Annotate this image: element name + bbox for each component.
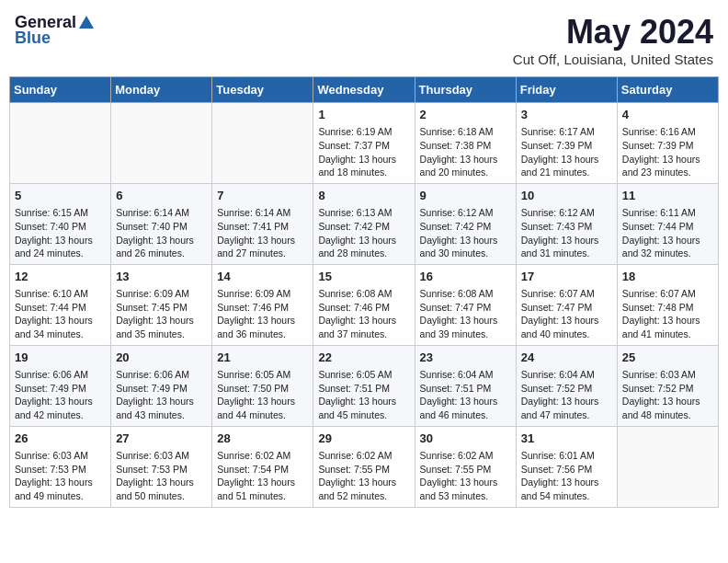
weekday-header-friday: Friday [516, 77, 617, 103]
day-number: 8 [318, 188, 409, 204]
day-info: Sunrise: 6:17 AM Sunset: 7:39 PM Dayligh… [521, 125, 612, 179]
day-number: 23 [420, 350, 511, 366]
calendar-cell: 4Sunrise: 6:16 AM Sunset: 7:39 PM Daylig… [617, 103, 718, 184]
calendar-week-row: 5Sunrise: 6:15 AM Sunset: 7:40 PM Daylig… [10, 183, 719, 264]
day-info: Sunrise: 6:10 AM Sunset: 7:44 PM Dayligh… [15, 287, 106, 341]
calendar-cell: 12Sunrise: 6:10 AM Sunset: 7:44 PM Dayli… [10, 264, 111, 345]
day-number: 22 [318, 350, 409, 366]
weekday-header-saturday: Saturday [617, 77, 718, 103]
calendar-cell [111, 103, 212, 184]
calendar-cell: 3Sunrise: 6:17 AM Sunset: 7:39 PM Daylig… [516, 103, 617, 184]
day-info: Sunrise: 6:06 AM Sunset: 7:49 PM Dayligh… [116, 368, 207, 422]
weekday-header-monday: Monday [111, 77, 212, 103]
day-number: 17 [521, 269, 612, 285]
day-number: 15 [318, 269, 409, 285]
day-number: 2 [420, 107, 511, 123]
calendar-cell: 18Sunrise: 6:07 AM Sunset: 7:48 PM Dayli… [617, 264, 718, 345]
day-info: Sunrise: 6:12 AM Sunset: 7:42 PM Dayligh… [420, 206, 511, 260]
day-number: 24 [521, 350, 612, 366]
calendar-cell: 23Sunrise: 6:04 AM Sunset: 7:51 PM Dayli… [415, 345, 516, 426]
day-info: Sunrise: 6:08 AM Sunset: 7:46 PM Dayligh… [318, 287, 409, 341]
day-number: 30 [420, 431, 511, 447]
day-number: 21 [217, 350, 308, 366]
calendar-cell: 14Sunrise: 6:09 AM Sunset: 7:46 PM Dayli… [212, 264, 313, 345]
day-info: Sunrise: 6:04 AM Sunset: 7:51 PM Dayligh… [420, 368, 511, 422]
calendar-cell: 15Sunrise: 6:08 AM Sunset: 7:46 PM Dayli… [313, 264, 415, 345]
day-info: Sunrise: 6:04 AM Sunset: 7:52 PM Dayligh… [521, 368, 612, 422]
day-info: Sunrise: 6:05 AM Sunset: 7:51 PM Dayligh… [318, 368, 409, 422]
calendar-cell: 19Sunrise: 6:06 AM Sunset: 7:49 PM Dayli… [10, 345, 111, 426]
day-number: 4 [622, 107, 713, 123]
calendar-cell: 26Sunrise: 6:03 AM Sunset: 7:53 PM Dayli… [10, 426, 111, 507]
day-number: 11 [622, 188, 713, 204]
calendar-cell: 5Sunrise: 6:15 AM Sunset: 7:40 PM Daylig… [10, 183, 111, 264]
weekday-header-thursday: Thursday [415, 77, 516, 103]
day-info: Sunrise: 6:19 AM Sunset: 7:37 PM Dayligh… [318, 125, 409, 179]
weekday-header-sunday: Sunday [10, 77, 111, 103]
calendar-title: May 2024 [513, 13, 713, 52]
weekday-header-wednesday: Wednesday [313, 77, 415, 103]
calendar-cell: 9Sunrise: 6:12 AM Sunset: 7:42 PM Daylig… [415, 183, 516, 264]
day-info: Sunrise: 6:02 AM Sunset: 7:54 PM Dayligh… [217, 449, 308, 503]
day-number: 29 [318, 431, 409, 447]
svg-marker-0 [79, 16, 94, 29]
calendar-cell [212, 103, 313, 184]
day-number: 10 [521, 188, 612, 204]
day-number: 26 [15, 431, 106, 447]
day-info: Sunrise: 6:03 AM Sunset: 7:53 PM Dayligh… [15, 449, 106, 503]
calendar-cell: 21Sunrise: 6:05 AM Sunset: 7:50 PM Dayli… [212, 345, 313, 426]
day-number: 27 [116, 431, 207, 447]
calendar-week-row: 1Sunrise: 6:19 AM Sunset: 7:37 PM Daylig… [10, 103, 719, 184]
calendar-cell: 2Sunrise: 6:18 AM Sunset: 7:38 PM Daylig… [415, 103, 516, 184]
day-info: Sunrise: 6:07 AM Sunset: 7:48 PM Dayligh… [622, 287, 713, 341]
day-number: 28 [217, 431, 308, 447]
day-number: 12 [15, 269, 106, 285]
day-info: Sunrise: 6:03 AM Sunset: 7:52 PM Dayligh… [622, 368, 713, 422]
day-number: 9 [420, 188, 511, 204]
page-header: General Blue May 2024 Cut Off, Louisiana… [9, 9, 719, 71]
day-info: Sunrise: 6:18 AM Sunset: 7:38 PM Dayligh… [420, 125, 511, 179]
calendar-cell: 16Sunrise: 6:08 AM Sunset: 7:47 PM Dayli… [415, 264, 516, 345]
calendar-cell: 24Sunrise: 6:04 AM Sunset: 7:52 PM Dayli… [516, 345, 617, 426]
calendar-cell: 30Sunrise: 6:02 AM Sunset: 7:55 PM Dayli… [415, 426, 516, 507]
day-number: 13 [116, 269, 207, 285]
calendar-cell: 27Sunrise: 6:03 AM Sunset: 7:53 PM Dayli… [111, 426, 212, 507]
day-number: 16 [420, 269, 511, 285]
day-number: 1 [318, 107, 409, 123]
day-number: 18 [622, 269, 713, 285]
day-info: Sunrise: 6:13 AM Sunset: 7:42 PM Dayligh… [318, 206, 409, 260]
calendar-cell: 28Sunrise: 6:02 AM Sunset: 7:54 PM Dayli… [212, 426, 313, 507]
calendar-cell: 8Sunrise: 6:13 AM Sunset: 7:42 PM Daylig… [313, 183, 415, 264]
calendar-cell: 25Sunrise: 6:03 AM Sunset: 7:52 PM Dayli… [617, 345, 718, 426]
day-number: 19 [15, 350, 106, 366]
logo-triangle-icon [78, 15, 95, 31]
day-info: Sunrise: 6:14 AM Sunset: 7:40 PM Dayligh… [116, 206, 207, 260]
day-info: Sunrise: 6:09 AM Sunset: 7:46 PM Dayligh… [217, 287, 308, 341]
calendar-cell: 17Sunrise: 6:07 AM Sunset: 7:47 PM Dayli… [516, 264, 617, 345]
calendar-cell: 13Sunrise: 6:09 AM Sunset: 7:45 PM Dayli… [111, 264, 212, 345]
calendar-week-row: 12Sunrise: 6:10 AM Sunset: 7:44 PM Dayli… [10, 264, 719, 345]
calendar-cell: 31Sunrise: 6:01 AM Sunset: 7:56 PM Dayli… [516, 426, 617, 507]
day-info: Sunrise: 6:03 AM Sunset: 7:53 PM Dayligh… [116, 449, 207, 503]
day-number: 20 [116, 350, 207, 366]
weekday-header-row: SundayMondayTuesdayWednesdayThursdayFrid… [10, 77, 719, 103]
calendar-subtitle: Cut Off, Louisiana, United States [513, 52, 713, 67]
calendar-cell: 29Sunrise: 6:02 AM Sunset: 7:55 PM Dayli… [313, 426, 415, 507]
day-info: Sunrise: 6:07 AM Sunset: 7:47 PM Dayligh… [521, 287, 612, 341]
calendar-cell: 20Sunrise: 6:06 AM Sunset: 7:49 PM Dayli… [111, 345, 212, 426]
calendar-cell: 7Sunrise: 6:14 AM Sunset: 7:41 PM Daylig… [212, 183, 313, 264]
day-info: Sunrise: 6:11 AM Sunset: 7:44 PM Dayligh… [622, 206, 713, 260]
day-number: 31 [521, 431, 612, 447]
title-section: May 2024 Cut Off, Louisiana, United Stat… [513, 13, 713, 67]
day-info: Sunrise: 6:05 AM Sunset: 7:50 PM Dayligh… [217, 368, 308, 422]
day-info: Sunrise: 6:06 AM Sunset: 7:49 PM Dayligh… [15, 368, 106, 422]
day-info: Sunrise: 6:12 AM Sunset: 7:43 PM Dayligh… [521, 206, 612, 260]
day-info: Sunrise: 6:08 AM Sunset: 7:47 PM Dayligh… [420, 287, 511, 341]
day-info: Sunrise: 6:01 AM Sunset: 7:56 PM Dayligh… [521, 449, 612, 503]
calendar-cell: 1Sunrise: 6:19 AM Sunset: 7:37 PM Daylig… [313, 103, 415, 184]
calendar-cell [10, 103, 111, 184]
day-number: 14 [217, 269, 308, 285]
day-number: 25 [622, 350, 713, 366]
calendar-cell: 22Sunrise: 6:05 AM Sunset: 7:51 PM Dayli… [313, 345, 415, 426]
day-info: Sunrise: 6:02 AM Sunset: 7:55 PM Dayligh… [318, 449, 409, 503]
